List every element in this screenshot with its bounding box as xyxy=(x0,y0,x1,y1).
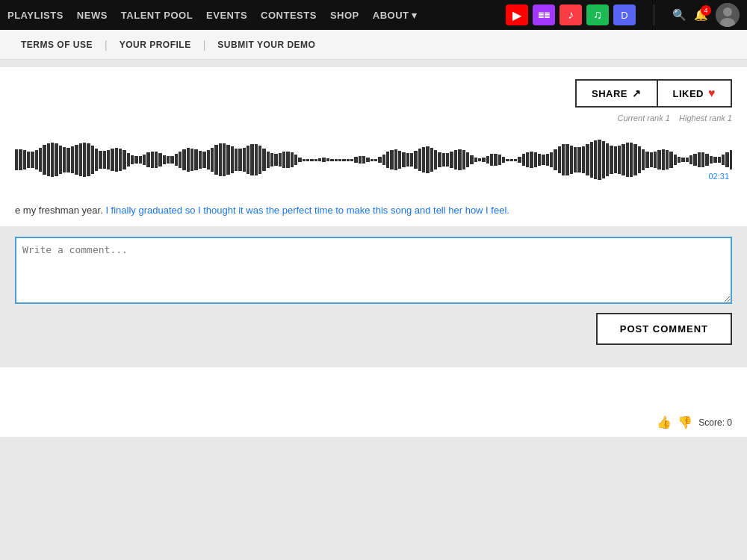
player-section: SHARE ↗ LIKED ♥ Current rank 1 Highest r… xyxy=(0,67,747,194)
waveform-bar xyxy=(15,149,18,170)
waveform-bar xyxy=(701,152,704,167)
comment-card-content xyxy=(15,378,732,408)
nav-about[interactable]: ABOUT ▾ xyxy=(373,10,418,21)
waveform-bar xyxy=(454,150,457,169)
discord-icon[interactable]: D xyxy=(613,4,636,25)
waveform-bar xyxy=(342,159,345,161)
avatar[interactable] xyxy=(716,3,740,27)
waveform-bar xyxy=(270,153,273,167)
spotify-icon[interactable]: ♫ xyxy=(586,4,609,25)
waveform-bar xyxy=(39,148,42,172)
waveform-bar xyxy=(103,151,106,168)
waveform-bar xyxy=(279,153,282,167)
nav-divider xyxy=(654,4,654,25)
waveform-bar xyxy=(354,157,357,164)
waveform-bar xyxy=(107,150,110,169)
waveform-bar xyxy=(139,156,142,164)
waveform-bar xyxy=(722,155,725,164)
nav-playlists[interactable]: PLAYLISTS xyxy=(7,10,63,21)
waveform-bar xyxy=(713,157,716,162)
waveform-bar xyxy=(398,151,401,169)
waveform-bar xyxy=(618,146,621,174)
waveform-bar xyxy=(330,159,333,161)
waveform-bar xyxy=(134,156,137,163)
profile-link[interactable]: YOUR PROFILE xyxy=(108,40,203,50)
waveform-bar xyxy=(66,148,69,172)
waveform-bar xyxy=(510,159,513,161)
waveform-bar xyxy=(570,146,573,175)
waveform-bar xyxy=(155,152,158,168)
share-button[interactable]: SHARE ↗ xyxy=(575,79,657,108)
waveform-bar xyxy=(83,143,86,177)
waveform-bar xyxy=(606,143,609,176)
waveform-bar xyxy=(79,143,82,177)
waveform-bar xyxy=(282,152,285,168)
waveform-bar xyxy=(586,144,589,175)
waveform-bar xyxy=(115,148,118,172)
waveform-bar xyxy=(223,143,226,176)
secondary-navigation: TERMS OF USE | YOUR PROFILE | SUBMIT YOU… xyxy=(0,30,747,60)
nav-contests[interactable]: CONTESTS xyxy=(261,10,317,21)
nav-shop[interactable]: SHOP xyxy=(330,10,359,21)
nav-events[interactable]: EVENTS xyxy=(206,10,247,21)
waveform-bar xyxy=(175,154,178,166)
social-icons: ▶ ≣≣ ♪ ♫ D xyxy=(506,4,636,25)
waveform-bar xyxy=(23,150,26,169)
waveform-bar xyxy=(19,149,22,171)
waveform-bar xyxy=(674,155,677,166)
waveform-bar xyxy=(645,152,648,168)
waveform-bar xyxy=(386,152,389,168)
waveform-bar xyxy=(562,144,565,175)
waveform-bar xyxy=(678,157,681,163)
waveform-bar xyxy=(318,158,321,162)
nav-talent-pool[interactable]: TALENT POOL xyxy=(121,10,193,21)
terms-link[interactable]: TERMS OF USE xyxy=(9,40,105,50)
waveform-bar xyxy=(187,148,190,172)
waveform-bar xyxy=(298,158,301,162)
waveform-bar xyxy=(730,150,732,169)
waveform-bar xyxy=(462,150,465,169)
waveform-bar xyxy=(506,159,509,161)
waveform-bar xyxy=(143,155,146,166)
thumbs-down-button[interactable]: 👎 xyxy=(678,415,692,429)
notification-badge: 4 xyxy=(701,5,711,16)
waveform-bar xyxy=(167,156,170,164)
waveform-bar xyxy=(359,156,362,164)
waveform-bar xyxy=(725,152,728,167)
waveform-bar xyxy=(170,156,173,164)
waveform-bar xyxy=(446,153,449,167)
waveform-bar xyxy=(199,151,202,169)
waveform-bar xyxy=(474,158,477,162)
waveform-bar xyxy=(422,147,425,172)
waveform-bar xyxy=(294,155,297,165)
waveform-bar xyxy=(338,159,341,161)
youtube-icon[interactable]: ▶ xyxy=(506,4,528,25)
waveform-bar xyxy=(654,152,657,168)
apple-music-icon[interactable]: ♪ xyxy=(560,4,582,25)
thumbs-up-button[interactable]: 👍 xyxy=(657,415,672,429)
waveform-bar xyxy=(633,144,636,176)
waveform-bar xyxy=(418,149,421,171)
notification-bell[interactable]: 🔔 4 xyxy=(694,8,708,22)
waveform-bar xyxy=(494,154,497,166)
waveform-bar xyxy=(59,146,62,175)
nav-news[interactable]: NEWS xyxy=(77,10,108,21)
search-icon[interactable]: 🔍 xyxy=(672,8,686,22)
waveform-bar xyxy=(614,146,617,173)
waveform-bar xyxy=(626,143,629,176)
waveform-bar xyxy=(274,154,277,166)
waveform-bar xyxy=(255,144,258,175)
waveform-bar xyxy=(402,152,405,167)
liked-button[interactable]: LIKED ♥ xyxy=(657,79,733,108)
waveform-bar xyxy=(158,153,161,167)
post-comment-row: POST COMMENT xyxy=(15,313,732,352)
waveform-bar xyxy=(630,143,633,177)
waveform-bar xyxy=(146,152,149,167)
waveform[interactable]: 02:31 xyxy=(15,130,732,182)
comment-input[interactable] xyxy=(15,237,732,304)
deezer-icon[interactable]: ≣≣ xyxy=(533,4,555,25)
waveform-bar xyxy=(470,155,473,164)
waveform-bar xyxy=(310,159,313,161)
submit-demo-link[interactable]: SUBMIT YOUR DEMO xyxy=(205,40,327,50)
post-comment-button[interactable]: POST COMMENT xyxy=(596,313,732,345)
